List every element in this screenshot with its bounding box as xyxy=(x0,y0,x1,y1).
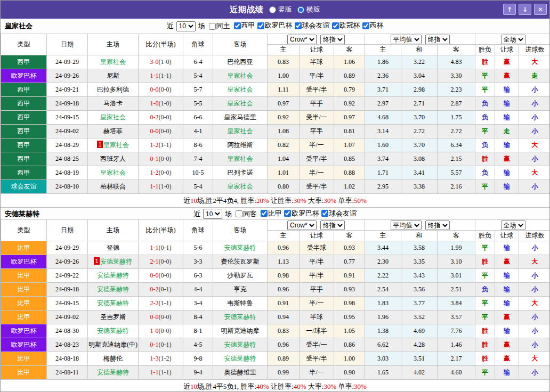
same-venue-filter[interactable]: 同客 xyxy=(233,209,257,219)
match-row: 欧罗巴杯24-09-261安德莱赫特2-1(0-0)3-3费伦茨瓦罗斯1.13平… xyxy=(1,255,550,269)
league-filter-欧罗巴杯[interactable]: 欧罗巴杯 xyxy=(282,209,319,218)
average-time-select[interactable]: 终指 xyxy=(425,220,450,230)
league-filter-球会友谊[interactable]: 球会友谊 xyxy=(293,21,330,30)
crow-odds-time-select[interactable]: 终指 xyxy=(320,35,345,44)
avg-away-odds: 3.30 xyxy=(438,69,475,83)
result-handicap: 输 xyxy=(495,166,519,180)
same-venue-checkbox[interactable] xyxy=(209,23,216,30)
league-filter-欧罗巴杯[interactable]: 欧罗巴杯 xyxy=(255,21,293,30)
result-goals: 小 xyxy=(519,366,550,380)
result-handicap: 输 xyxy=(495,138,519,152)
home-team: 1皇家社会 xyxy=(88,138,139,152)
average-time-select[interactable]: 终指 xyxy=(425,35,450,44)
away-team-filters: 近 10 场 同客 比甲欧罗巴杯球会友谊 xyxy=(193,209,357,219)
crow-handicap: 一/球半 xyxy=(300,324,334,338)
bookmaker-select[interactable]: Crow* xyxy=(287,35,317,44)
sub-result-handicap: 让球 xyxy=(495,231,519,241)
crow-away-odds: 1.07 xyxy=(334,138,365,152)
league-checkbox[interactable] xyxy=(284,210,291,217)
away-team: 巴列卡诺 xyxy=(213,166,268,180)
match-score: 1-2(0-0) xyxy=(139,166,183,180)
result-goals: 小 xyxy=(519,324,550,338)
same-venue-checkbox[interactable] xyxy=(236,210,242,217)
move-up-button[interactable]: ↑ xyxy=(503,4,516,15)
crow-home-odds: 0.96 xyxy=(268,338,300,352)
home-team: 安德莱赫特 xyxy=(88,283,139,297)
up-arrow-icon: ↑ xyxy=(507,6,512,13)
average-select[interactable]: 平均值 xyxy=(391,220,422,230)
result-goals: 大 xyxy=(519,255,550,269)
crow-home-odds: 1.04 xyxy=(268,152,300,166)
league-checkbox[interactable] xyxy=(261,210,268,217)
match-row: 西甲24-09-29皇家社会3-0(1-0)6-4巴伦西亚0.83半球1.061… xyxy=(1,55,550,69)
match-date: 24-09-18 xyxy=(47,283,88,297)
league-checkbox[interactable] xyxy=(332,22,339,29)
match-score: 1-1(1-0) xyxy=(139,180,183,194)
league-checkbox[interactable] xyxy=(257,22,264,29)
league-checkbox-label: 球会友谊 xyxy=(302,21,330,30)
league-filter-球会友谊[interactable]: 球会友谊 xyxy=(319,209,357,218)
league-filter-比甲[interactable]: 比甲 xyxy=(258,209,282,218)
vertical-radio[interactable] xyxy=(269,6,276,13)
result-goals: 小 xyxy=(519,97,550,111)
crow-home-odds: 1.00 xyxy=(268,69,300,83)
match-row: 西甲24-08-25西班牙人0-1(0-0)7-4皇家社会1.04受平/半0.8… xyxy=(1,152,550,166)
crow-home-odds: 0.92 xyxy=(268,111,300,125)
match-score: 1-1(1-1) xyxy=(139,69,183,83)
fulltime-select[interactable]: 全场 xyxy=(501,220,525,230)
result-goals: 小 xyxy=(519,241,550,255)
layout-vertical-option[interactable]: 竖版 xyxy=(269,5,292,14)
avg-away-odds: 3.10 xyxy=(438,255,475,269)
crow-handicap: 平手 xyxy=(300,125,334,138)
league-checkbox[interactable] xyxy=(234,22,241,29)
corner-score: 8-1 xyxy=(183,324,213,338)
crow-odds-time-select[interactable]: 终指 xyxy=(320,220,345,230)
crow-home-odds: 0.96 xyxy=(268,241,300,255)
crow-away-odds: 0.79 xyxy=(334,83,365,97)
crow-home-odds: 0.98 xyxy=(268,269,300,283)
league-checkbox[interactable] xyxy=(321,210,328,217)
crow-handicap: 平/半 xyxy=(300,269,334,283)
league-badge: 比甲 xyxy=(1,241,47,255)
result-wdl: 负 xyxy=(475,97,495,111)
home-team: 皇家社会 xyxy=(88,166,139,180)
recent-count-select[interactable]: 10 xyxy=(203,209,222,219)
match-date: 24-09-21 xyxy=(47,83,88,97)
bookmaker-select[interactable]: Crow* xyxy=(287,220,317,230)
same-venue-filter[interactable]: 同主 xyxy=(207,21,230,31)
avg-draw-odds: 3.70 xyxy=(401,138,438,152)
crow-home-odds: 0.99 xyxy=(268,366,300,380)
games-label: 场 xyxy=(225,209,232,219)
move-down-button[interactable]: ↓ xyxy=(519,4,531,15)
league-checkbox[interactable] xyxy=(295,22,302,29)
result-handicap: 赢 xyxy=(495,55,519,69)
avg-draw-odds: 3.56 xyxy=(401,283,438,297)
average-select[interactable]: 平均值 xyxy=(391,35,422,44)
away-team: 阿拉维斯 xyxy=(213,138,268,152)
match-row: 西甲24-09-18马洛卡1-0(1-0)5-5皇家社会0.97平手0.922.… xyxy=(1,97,550,111)
league-filter-西杯[interactable]: 西杯 xyxy=(360,21,384,30)
recent-count-select[interactable]: 10 xyxy=(176,21,196,31)
match-score: 1-0(0-0) xyxy=(139,324,183,338)
match-row: 比甲24-09-15安德莱赫特2-2(1-1)3-4韦斯特鲁0.91半/一0.9… xyxy=(1,297,550,311)
corner-score: 5-4 xyxy=(183,180,213,194)
league-filter-欧冠杯[interactable]: 欧冠杯 xyxy=(330,21,360,30)
match-row: 球会友谊24-08-10柏林联合1-1(1-0)5-4皇家社会0.80受平/半1… xyxy=(1,180,550,194)
result-handicap: 走 xyxy=(495,125,519,138)
result-handicap: 赢 xyxy=(495,69,519,83)
horizontal-radio-label: 横版 xyxy=(306,5,320,14)
league-checkbox[interactable] xyxy=(362,22,369,29)
fulltime-select[interactable]: 全场 xyxy=(501,35,525,44)
result-handicap: 输 xyxy=(495,241,519,255)
result-goals: 小 xyxy=(519,311,550,324)
avg-draw-odds: 3.77 xyxy=(401,297,438,311)
sub-crow-home: 主 xyxy=(268,231,300,241)
match-date: 24-09-22 xyxy=(47,269,88,283)
close-button[interactable]: ✕ xyxy=(534,4,547,15)
league-filter-西甲[interactable]: 西甲 xyxy=(232,21,255,30)
league-badge: 欧罗巴杯 xyxy=(1,255,47,269)
league-badge: 西甲 xyxy=(1,138,47,152)
layout-horizontal-option[interactable]: 横版 xyxy=(297,5,320,14)
corner-score: 6-3 xyxy=(183,269,213,283)
horizontal-radio[interactable] xyxy=(297,6,304,13)
